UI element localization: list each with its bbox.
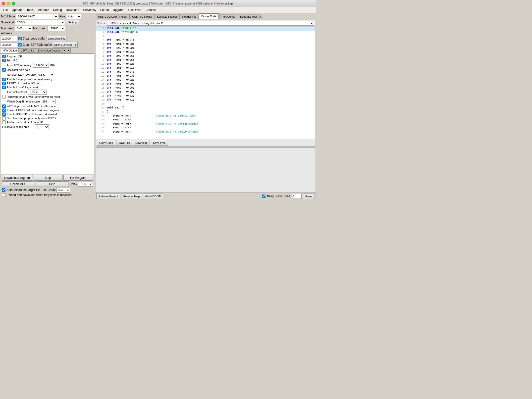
mcu-type-select[interactable]: STC8H4K64TL bbox=[16, 14, 58, 19]
get-hdd-sn-button[interactable]: Get HDD-SN bbox=[143, 194, 163, 199]
wdt-hw-checkbox[interactable] bbox=[2, 95, 6, 99]
por-latency-label: Enable longer power-on-reset latency bbox=[7, 78, 52, 81]
option-por-latency: Enable longer power-on-reset latency bbox=[2, 78, 93, 81]
wdt-prescale-select[interactable]: 256 bbox=[41, 99, 56, 104]
open-code-button[interactable]: Open Code File bbox=[47, 36, 66, 41]
eeprom-size-select[interactable]: 0.5 K bbox=[37, 72, 54, 77]
setting-button[interactable]: Setting bbox=[66, 20, 79, 25]
option-fill-data: Fill data to space area FF bbox=[2, 124, 93, 129]
tab-demo-code[interactable]: Demo Code bbox=[199, 13, 219, 19]
save-proj-button[interactable]: Save Proj. bbox=[151, 140, 168, 146]
menu-interface[interactable]: Interface bbox=[36, 8, 51, 12]
lvr-checkbox[interactable] bbox=[2, 86, 6, 89]
release-help-button[interactable]: Release Help bbox=[121, 194, 142, 199]
menu-forum[interactable]: Forum bbox=[98, 8, 111, 12]
osc-high-label: Oscillator high gain bbox=[7, 68, 30, 71]
right-panel: USB-CDC/UART Helper USB-HID Helper Keil … bbox=[95, 13, 316, 200]
address-row1: Clear code buffer Open Code File bbox=[1, 36, 94, 41]
open-eeprom-button[interactable]: Open EEPROM File bbox=[53, 42, 78, 48]
mcu-type-label: MCU Type bbox=[1, 15, 15, 18]
reset-code-checkbox[interactable] bbox=[2, 120, 6, 124]
usb-isp-checkbox[interactable] bbox=[2, 112, 6, 116]
tab-hw-option[interactable]: H/W Option bbox=[1, 48, 19, 53]
tab-keil-ice[interactable]: Keil ICE Settings bbox=[155, 14, 180, 19]
series-select[interactable]: STC8G Series - I/O Mode Settings Demo - … bbox=[107, 21, 314, 26]
code-editor[interactable]: 1 #include "reg51.h" 2 #include "intrins… bbox=[96, 27, 315, 139]
wdt-idle-checkbox[interactable] bbox=[2, 104, 6, 108]
scan-port-label: Scan Port bbox=[1, 21, 14, 24]
eeprom-size-label: Set user EEPROM size bbox=[7, 73, 36, 76]
code-section: Series STC8G Series - I/O Mode Settings … bbox=[96, 20, 315, 147]
clear-eeprom-label: Clear EEPROM buffer bbox=[23, 43, 52, 47]
fill-data-select[interactable]: FF bbox=[35, 124, 49, 129]
tab-u8w[interactable]: U8W/Link1 bbox=[19, 48, 36, 53]
lvd-select[interactable]: 2.00 V bbox=[28, 90, 47, 95]
p32-checkbox[interactable] bbox=[2, 116, 6, 120]
tab-usb-cdc[interactable]: USB-CDC/UART Helper bbox=[96, 14, 130, 19]
minimize-button[interactable] bbox=[7, 2, 10, 5]
stop-button[interactable]: Stop bbox=[33, 175, 63, 181]
reload-checkbox[interactable] bbox=[2, 193, 5, 197]
auto-reload-checkbox[interactable] bbox=[2, 188, 5, 192]
window-controls[interactable] bbox=[2, 2, 15, 5]
erase-eeprom-checkbox[interactable] bbox=[2, 108, 6, 112]
menu-upgrade[interactable]: Upgrade bbox=[111, 8, 126, 12]
tab-header-file[interactable]: Header File bbox=[180, 14, 199, 19]
option-irc-freq: Input IRC frequency 11.0592 MHz bbox=[2, 63, 93, 68]
menu-usbdriver[interactable]: UsbDriver bbox=[126, 8, 144, 12]
menu-debug[interactable]: Debug bbox=[51, 8, 64, 12]
pass-times-input[interactable] bbox=[292, 194, 302, 199]
close-button[interactable] bbox=[2, 2, 5, 5]
output-section bbox=[96, 147, 315, 192]
menu-download[interactable]: Download bbox=[64, 8, 81, 12]
tab-baudrate-tool[interactable]: Baudrate Tool bbox=[238, 14, 259, 19]
menu-file[interactable]: File bbox=[1, 8, 10, 12]
recount-select[interactable]: Infir bbox=[56, 188, 70, 193]
scan-port-select[interactable]: COM3 bbox=[15, 20, 65, 25]
pins-select[interactable]: Auto bbox=[66, 14, 81, 19]
save-file-button[interactable]: Save File bbox=[116, 140, 132, 146]
tab-encryption[interactable]: Encryption Downlo bbox=[36, 48, 62, 53]
right-tab-scroll[interactable]: ► bbox=[259, 15, 263, 19]
menu-operate[interactable]: Operate bbox=[10, 8, 24, 12]
addr1-input[interactable] bbox=[1, 36, 17, 41]
wdt-idle-label: WDT stop count while MCU in idle mode bbox=[7, 105, 56, 108]
bottom-section: Download/Program Stop Re-Program Check M… bbox=[1, 174, 94, 199]
download-program-button[interactable]: Download/Program bbox=[2, 175, 32, 181]
pass-times-label: PassTimes bbox=[275, 195, 290, 198]
maximize-button[interactable] bbox=[12, 2, 15, 5]
max-baud-select[interactable]: 115200 bbox=[48, 26, 65, 31]
max-baud-label: Max Baud bbox=[33, 27, 47, 30]
release-project-button[interactable]: Release Project bbox=[96, 194, 120, 199]
por-latency-checkbox[interactable] bbox=[2, 78, 6, 81]
osc-high-checkbox[interactable] bbox=[2, 68, 6, 72]
trim-irc-checkbox[interactable] bbox=[2, 59, 6, 62]
irc-freq-select[interactable]: 11.0592 bbox=[33, 63, 49, 68]
wdt-prescale-label: Watch-Dog-Timer prescale bbox=[7, 100, 40, 103]
clear-eeprom-checkbox[interactable] bbox=[18, 43, 22, 47]
erase-eeprom-label: Erase all EEPROM data next time program bbox=[7, 109, 59, 112]
tab-scroll-right[interactable]: ► bbox=[67, 48, 71, 53]
addr2-input[interactable] bbox=[1, 42, 17, 47]
reprogram-button[interactable]: Re-Program bbox=[63, 175, 93, 181]
menu-university[interactable]: University bbox=[81, 8, 98, 12]
beep-checkbox[interactable] bbox=[262, 195, 266, 198]
tab-scroll-left[interactable]: ◄ bbox=[62, 48, 66, 53]
delay-select[interactable]: 3 sec bbox=[78, 182, 93, 187]
clear-code-checkbox[interactable] bbox=[18, 37, 22, 40]
reset-button[interactable]: Reset bbox=[303, 194, 315, 199]
reset-io-checkbox[interactable] bbox=[2, 82, 6, 85]
copy-code-button[interactable]: Copy Code bbox=[97, 140, 115, 146]
tab-usb-hid[interactable]: USB-HID Helper bbox=[130, 14, 155, 19]
fill-data-label: Fill data to space area bbox=[2, 125, 29, 128]
code-line-22: 22 { bbox=[96, 110, 315, 114]
help-button[interactable]: Help bbox=[36, 181, 69, 187]
menu-chinese[interactable]: Chinese bbox=[144, 8, 159, 12]
check-mcu-button[interactable]: Check MCU bbox=[2, 181, 35, 187]
download-code-button[interactable]: Download bbox=[133, 140, 150, 146]
program-or-checkbox[interactable] bbox=[2, 55, 6, 58]
menu-tools[interactable]: Tools bbox=[25, 8, 36, 12]
code-line-8: 8 sfr P2M0 = 0x96; bbox=[96, 54, 315, 58]
min-baud-select[interactable]: 2400 bbox=[15, 26, 32, 31]
tab-port-config[interactable]: Port Config bbox=[219, 14, 237, 19]
